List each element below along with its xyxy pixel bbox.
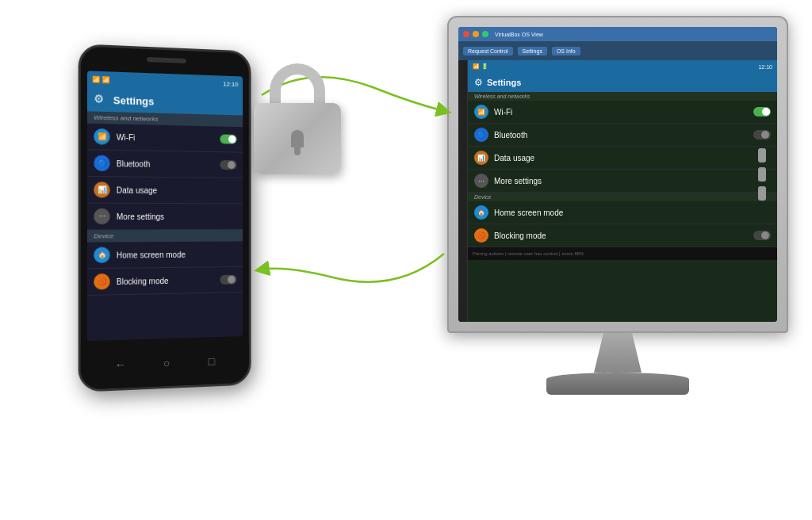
monitor-content: 📶 🔋 12:10 ⚙ Settings Wireless and networ… (458, 60, 777, 322)
phone-menu-more: ⋯ More settings (87, 204, 243, 231)
phone-screen: 📶 📶 12:10 ⚙ Settings Wireless and networ… (87, 71, 243, 341)
padlock-keyhole (291, 130, 304, 147)
arrow-bottom (262, 254, 444, 282)
monitor-header-title: Settings (487, 78, 521, 87)
minimize-dot[interactable] (473, 31, 479, 37)
home-icon: 🏠 (94, 247, 109, 264)
monitor-block-icon: 🚫 (474, 228, 488, 243)
monitor-header: ⚙ Settings (468, 73, 777, 92)
settings-btn[interactable]: Settings (518, 47, 547, 55)
monitor-footer-text: Pairing actions | remote user has contro… (473, 251, 584, 256)
monitor-base (546, 373, 689, 395)
monitor-menu-blocking: 🚫 Blocking mode (468, 224, 777, 247)
monitor-more-icon: ⋯ (474, 174, 488, 188)
phone-status-left: 📶 📶 (92, 75, 110, 83)
monitor-home-icon: 🏠 (474, 205, 488, 220)
wifi-toggle[interactable] (220, 134, 236, 143)
recents-button[interactable]: □ (203, 353, 220, 371)
request-control-btn[interactable]: Request Control (463, 47, 513, 55)
monitor-titlebar-text: VirtualBox OS View (495, 32, 543, 37)
monitor-app: VirtualBox OS View Request Control Setti… (458, 27, 777, 322)
monitor-bt-toggle[interactable] (753, 130, 771, 140)
monitor-main: 📶 🔋 12:10 ⚙ Settings Wireless and networ… (468, 60, 777, 322)
phone-section-device: Device (87, 230, 243, 243)
monitor-status-bar: 📶 🔋 12:10 (468, 60, 777, 73)
block-icon: 🚫 (94, 273, 109, 290)
phone-wifi-label: Wi-Fi (117, 132, 214, 143)
monitor-menu-data: 📊 Data usage (468, 147, 777, 170)
monitor-menu-more: ⋯ More settings (468, 170, 777, 193)
os-info-btn[interactable]: OS Info (552, 47, 580, 55)
wifi-icon: 📶 (94, 128, 109, 145)
more-icon: ⋯ (94, 208, 109, 224)
scene: 📶 📶 12:10 ⚙ Settings Wireless and networ… (0, 0, 812, 520)
monitor-side-buttons (758, 148, 766, 201)
phone-menu-blocking: 🚫 Blocking mode (87, 267, 243, 296)
monitor-wifi-toggle[interactable] (753, 107, 771, 117)
phone-header-title: Settings (113, 94, 155, 107)
monitor-btn-3[interactable] (758, 186, 766, 201)
monitor-wifi-icon: 📶 (474, 105, 488, 119)
padlock (246, 55, 349, 182)
phone-bt-label: Bluetooth (117, 159, 214, 170)
monitor-bt-icon: 🔵 (474, 128, 488, 142)
monitor-bt-label: Bluetooth (494, 131, 748, 140)
monitor-btn-1[interactable] (758, 148, 766, 162)
monitor: VirtualBox OS View Request Control Setti… (447, 16, 788, 436)
phone-data-label: Data usage (117, 185, 237, 195)
phone-menu-data: 📊 Data usage (87, 177, 243, 204)
monitor-titlebar: VirtualBox OS View (458, 27, 777, 41)
phone-home-label: Home screen mode (117, 250, 237, 259)
back-button[interactable]: ← (112, 356, 129, 374)
monitor-wifi-label: Wi-Fi (494, 108, 748, 117)
phone-time: 12:10 (223, 80, 238, 88)
monitor-inner: VirtualBox OS View Request Control Setti… (458, 27, 777, 322)
home-button[interactable]: ○ (158, 354, 175, 373)
monitor-section-wireless: Wireless and networks (468, 92, 777, 101)
block-toggle[interactable] (220, 275, 236, 285)
monitor-data-icon: 📊 (474, 151, 488, 165)
monitor-home-label: Home screen mode (494, 208, 771, 217)
monitor-section-device: Device (468, 193, 777, 201)
monitor-screen-outer: VirtualBox OS View Request Control Setti… (447, 16, 788, 333)
monitor-data-label: Data usage (494, 154, 771, 162)
monitor-menu-bluetooth: 🔵 Bluetooth (468, 124, 777, 147)
bt-toggle[interactable] (220, 160, 236, 170)
phone-nav: ← ○ □ (81, 338, 249, 390)
monitor-status-icons: 📶 🔋 (473, 63, 488, 70)
monitor-toolbar: Request Control Settings OS Info (458, 41, 777, 60)
bluetooth-icon: 🔵 (94, 155, 109, 172)
phone-menu-wifi: 📶 Wi-Fi (87, 124, 243, 153)
maximize-dot[interactable] (482, 31, 488, 37)
monitor-menu-wifi: 📶 Wi-Fi (468, 101, 777, 124)
monitor-more-label: More settings (494, 177, 771, 185)
monitor-btn-2[interactable] (758, 167, 766, 182)
settings-gear-icon: ⚙ (94, 92, 108, 107)
phone: 📶 📶 12:10 ⚙ Settings Wireless and networ… (79, 44, 251, 392)
phone-block-label: Blocking mode (117, 276, 214, 286)
data-icon: 📊 (94, 182, 109, 197)
monitor-block-toggle[interactable] (753, 231, 771, 240)
monitor-menu-home: 🏠 Home screen mode (468, 201, 777, 224)
monitor-time: 12:10 (758, 64, 772, 70)
monitor-gear-icon: ⚙ (474, 77, 483, 88)
phone-menu-bluetooth: 🔵 Bluetooth (87, 150, 243, 178)
phone-menu-home: 🏠 Home screen mode (87, 241, 243, 269)
close-dot[interactable] (463, 31, 469, 37)
padlock-body (254, 103, 341, 174)
monitor-sidebar (458, 60, 468, 322)
monitor-neck (594, 333, 642, 373)
monitor-footer: Pairing actions | remote user has contro… (468, 247, 777, 260)
monitor-block-label: Blocking mode (494, 231, 748, 240)
phone-speaker (147, 57, 186, 63)
phone-more-label: More settings (117, 212, 237, 220)
